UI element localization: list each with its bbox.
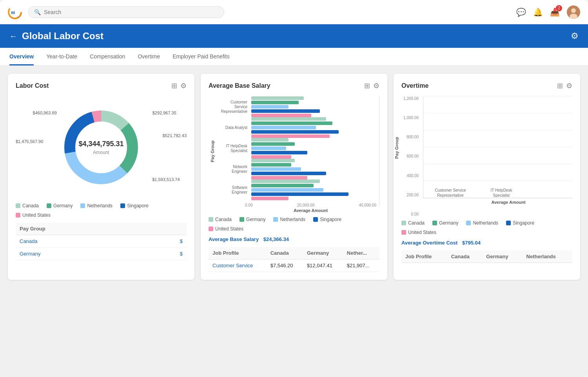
- tab-overtime[interactable]: Overtime: [138, 48, 160, 65]
- hbar-y-axis-label: Pay Group: [209, 96, 216, 206]
- vbar-x-axis-label: Average Amount: [445, 200, 572, 205]
- avg-salary-card: Average Base Salary ⊞ ⚙ Pay Group Custom…: [201, 74, 387, 280]
- legend-us: United States: [16, 212, 51, 218]
- settings-icon[interactable]: ⚙: [571, 31, 579, 41]
- top-nav: w 🔍 💬 🔔 📥 2: [0, 0, 588, 24]
- col-nether: Nether...: [343, 247, 379, 259]
- avg-salary-summary: Average Base Salary $24,366.34: [209, 236, 379, 242]
- legend-label-singapore: Singapore: [127, 203, 149, 208]
- labor-cost-title: Labor Cost: [16, 82, 49, 89]
- inbox-icon[interactable]: 📥 2: [550, 7, 560, 17]
- legend-dot-germany: [47, 203, 51, 208]
- row-germany-val: $: [145, 248, 187, 260]
- col-germany: Germany: [303, 247, 343, 259]
- legend-dot-us: [16, 213, 20, 218]
- bell-icon[interactable]: 🔔: [533, 7, 543, 17]
- svg-point-3: [571, 8, 576, 13]
- overtime-legend: Canada Germany Netherlands Singapore Uni…: [401, 220, 572, 235]
- avg-salary-label: Average Base Salary: [209, 236, 259, 242]
- legend-label-netherlands: Netherlands: [87, 203, 113, 208]
- overtime-label: Average Overtime Cost: [401, 240, 457, 246]
- donut-center: $4,344,795.31 Amount: [78, 140, 123, 155]
- legend-germany: Germany: [47, 203, 73, 208]
- row-canada-val: $7,546.20: [267, 259, 303, 272]
- filter-icon[interactable]: ⊞: [364, 82, 370, 90]
- page-header: ← Global Labor Cost ⚙: [0, 24, 588, 48]
- col-pay-group: Pay Group: [16, 223, 145, 235]
- amount-label: Amount: [78, 150, 123, 155]
- labor-cost-actions: ⊞ ⚙: [171, 82, 187, 90]
- vbar-label-it: IT HelpDeskSpecialist: [491, 188, 512, 198]
- tab-overview[interactable]: Overview: [9, 48, 34, 65]
- grid-lines: [423, 96, 572, 198]
- search-box[interactable]: 🔍: [28, 6, 224, 18]
- avg-salary-legend: Canada Germany Netherlands Singapore Uni…: [209, 217, 379, 232]
- overtime-value: $795.04: [462, 240, 481, 246]
- overtime-actions: ⊞ ⚙: [557, 82, 572, 90]
- legend-label-canada: Canada: [22, 203, 39, 208]
- vbar-inner: Customer ServiceRepresentative IT HelpDe…: [423, 96, 572, 198]
- col-netherlands: Netherlands: [523, 250, 572, 263]
- tab-compensation[interactable]: Compensation: [90, 48, 125, 65]
- legend-dot-netherlands: [80, 203, 85, 208]
- filter-icon[interactable]: ⊞: [557, 82, 563, 90]
- tabs-bar: Overview Year-to-Date Compensation Overt…: [0, 48, 588, 66]
- main-content: Labor Cost ⊞ ⚙: [0, 66, 588, 288]
- nav-icons: 💬 🔔 📥 2: [516, 5, 580, 19]
- avg-salary-value: $24,366.34: [263, 236, 289, 242]
- search-input[interactable]: [44, 9, 218, 15]
- vbar-y-axis-label: Pay Group: [394, 137, 399, 159]
- col-canada: Canada: [267, 247, 303, 259]
- legend-dot-singapore: [120, 203, 125, 208]
- legend-label-germany: Germany: [53, 203, 73, 208]
- table-row: Customer Service $7,546.20 $12,047.41 $2…: [209, 259, 379, 272]
- vbar-group-csr: Customer ServiceRepresentative: [430, 185, 471, 198]
- col-value: [145, 223, 187, 235]
- segment-label-germany-2: $521,782.43: [163, 133, 187, 138]
- avg-salary-actions: ⊞ ⚙: [364, 82, 379, 90]
- col-job-profile: Job Profile: [401, 250, 447, 263]
- back-button[interactable]: ←: [9, 32, 17, 41]
- settings-icon[interactable]: ⚙: [373, 82, 379, 90]
- segment-label-germany-1: $292,967.35: [152, 111, 176, 115]
- hbar-chart: Pay Group Customer ServiceRepresentative: [209, 96, 379, 206]
- total-amount: $4,344,795.31: [78, 140, 123, 148]
- col-job-profile: Job Profile: [209, 247, 267, 259]
- row-germany[interactable]: Germany: [16, 248, 145, 260]
- hbar-x-label: Average Amount: [209, 208, 379, 213]
- workday-logo: w: [8, 5, 22, 19]
- labor-cost-card: Labor Cost ⊞ ⚙: [8, 74, 194, 280]
- overtime-card: Overtime ⊞ ⚙ Pay Group 1,200.00 1,000.00…: [394, 74, 580, 280]
- labor-cost-legend: Canada Germany Netherlands Singapore Uni…: [16, 203, 187, 218]
- row-canada[interactable]: Canada: [16, 235, 145, 248]
- filter-icon[interactable]: ⊞: [171, 82, 177, 90]
- chat-icon[interactable]: 💬: [516, 7, 526, 17]
- logo: w: [8, 5, 22, 19]
- donut-chart: $4,344,795.31 Amount $460,963.89 $292,96…: [16, 96, 187, 198]
- row-customer-service[interactable]: Customer Service: [209, 259, 267, 272]
- segment-label-canada: $460,963.89: [33, 111, 57, 115]
- hbar-rows: Customer ServiceRepresentative Data Anal…: [216, 96, 379, 206]
- search-icon: 🔍: [34, 9, 41, 15]
- legend-netherlands: Netherlands: [80, 203, 113, 208]
- settings-icon[interactable]: ⚙: [566, 82, 572, 90]
- col-germany: Germany: [482, 250, 522, 263]
- overtime-table: Job Profile Canada Germany Netherlands: [401, 250, 572, 263]
- avatar[interactable]: [567, 5, 580, 19]
- row-germany-val: $12,047.41: [303, 259, 343, 272]
- settings-icon[interactable]: ⚙: [180, 82, 187, 90]
- avg-salary-table: Job Profile Canada Germany Nether... Cus…: [209, 247, 379, 272]
- labor-cost-table: Pay Group Canada $ Germany $: [16, 223, 187, 260]
- legend-dot-canada: [16, 203, 20, 208]
- segment-label-netherlands: $1,475,567.90: [16, 139, 43, 144]
- row-nether-val: $21,907...: [343, 259, 379, 272]
- row-canada-val: $: [145, 235, 187, 248]
- vbar-group-it: IT HelpDeskSpecialist: [481, 185, 522, 198]
- segment-label-singapore: $1,593,513.74: [152, 177, 180, 182]
- overtime-title: Overtime: [401, 82, 428, 89]
- vbar-chart: Pay Group 1,200.00 1,000.00 800.00 600.0…: [401, 96, 572, 216]
- legend-label-us: United States: [22, 212, 51, 218]
- svg-text:w: w: [11, 9, 15, 15]
- tab-benefits[interactable]: Employer Paid Benefits: [172, 48, 230, 65]
- tab-ytd[interactable]: Year-to-Date: [46, 48, 77, 65]
